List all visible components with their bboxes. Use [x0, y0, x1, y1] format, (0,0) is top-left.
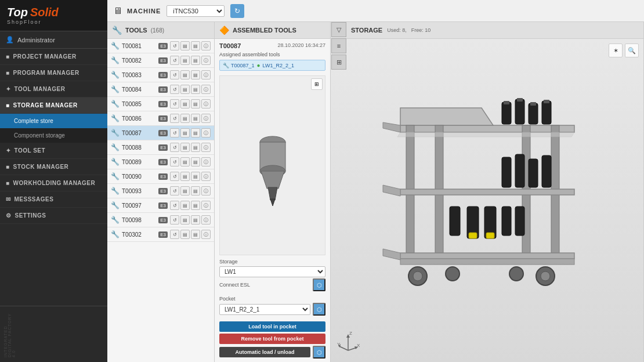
tool-action-1[interactable]: ↺ [170, 215, 179, 225]
sidebar-item-tool-manager[interactable]: ✦ TOOL MANAGER [0, 81, 107, 97]
sidebar-item-stock-manager[interactable]: ■ STOCK MANAGER [0, 159, 107, 175]
tool-action-3[interactable]: ▤ [191, 215, 200, 225]
sidebar-item-program-manager[interactable]: ■ PROGRAM MANAGER [0, 65, 107, 81]
tool-item-T00085[interactable]: 🔧 T00085 E3 ↺ ▤ ▤ ⓘ [107, 97, 214, 111]
sidebar-item-workholding-manager[interactable]: ■ WORKHOLDING MANAGER [0, 175, 107, 191]
pocket-dropdown[interactable]: LW1_R2_2_1 [219, 304, 310, 315]
tool-action-1[interactable]: ↺ [170, 85, 179, 94]
tool-action-4[interactable]: ⓘ [201, 157, 211, 166]
tool-action-2[interactable]: ▤ [180, 41, 190, 50]
tool-item-T00090[interactable]: 🔧 T00090 E3 ↺ ▤ ▤ ⓘ [107, 169, 214, 184]
sidebar-sub-component-storage[interactable]: Component storage [0, 128, 107, 143]
tool-action-4[interactable]: ⓘ [201, 128, 211, 137]
search-button[interactable]: 🔍 [625, 44, 639, 57]
tool-action-3[interactable]: ▤ [191, 230, 200, 239]
sidebar-item-settings[interactable]: ⚙ SETTINGS [0, 208, 107, 224]
tool-action-4[interactable]: ⓘ [201, 201, 211, 210]
tool-action-1[interactable]: ↺ [170, 230, 179, 239]
tool-item-T00088[interactable]: 🔧 T00088 E3 ↺ ▤ ▤ ⓘ [107, 140, 214, 155]
connect-esl-button[interactable]: ⬡ [313, 278, 325, 291]
tool-action-2[interactable]: ▤ [180, 186, 190, 196]
tool-action-1[interactable]: ↺ [170, 99, 179, 108]
tool-action-2[interactable]: ▤ [180, 157, 190, 166]
sidebar-item-messages[interactable]: ✉ MESSSAGES [0, 191, 107, 208]
tool-action-3[interactable]: ▤ [191, 201, 200, 210]
tool-action-2[interactable]: ▤ [180, 201, 190, 210]
tool-item-T00098[interactable]: 🔧 T00098 E3 ↺ ▤ ▤ ⓘ [107, 213, 214, 227]
list-view-button[interactable]: ≡ [331, 38, 346, 53]
tool-action-3[interactable]: ▤ [191, 186, 200, 196]
tool-item-T00086[interactable]: 🔧 T00086 E3 ↺ ▤ ▤ ⓘ [107, 111, 214, 126]
tool-action-1[interactable]: ↺ [170, 157, 179, 166]
tool-item-T00087[interactable]: 🔧 T00087 E3 ↺ ▤ ▤ ⓘ [107, 126, 214, 140]
tool-action-4[interactable]: ⓘ [201, 215, 211, 225]
tool-item-T00302[interactable]: 🔧 T00302 E3 ↺ ▤ ▤ ⓘ [107, 227, 214, 242]
tool-action-2[interactable]: ▤ [180, 230, 190, 239]
tool-action-3[interactable]: ▤ [191, 70, 200, 79]
tool-item-T00081[interactable]: 🔧 T00081 E3 ↺ ▤ ▤ ⓘ [107, 39, 214, 53]
tool-action-2[interactable]: ▤ [180, 99, 190, 108]
filter-button[interactable]: ▽ [331, 22, 346, 37]
tool-action-4[interactable]: ⓘ [201, 56, 211, 65]
sun-button[interactable]: ✶ [609, 44, 623, 57]
tool-action-1[interactable]: ↺ [170, 172, 179, 181]
tool-action-2[interactable]: ▤ [180, 85, 190, 94]
tool-item-T00083[interactable]: 🔧 T00083 E3 ↺ ▤ ▤ ⓘ [107, 68, 214, 82]
load-tool-button[interactable]: Load tool in pocket [219, 321, 325, 332]
tool-action-3[interactable]: ▤ [191, 56, 200, 65]
tool-action-3[interactable]: ▤ [191, 99, 200, 108]
svg-point-16 [413, 272, 422, 281]
sidebar-item-tool-set[interactable]: ✦ TOOL SET [0, 143, 107, 159]
auto-load-button[interactable]: Automatic load / unload [219, 347, 310, 357]
tool-action-2[interactable]: ▤ [180, 172, 190, 181]
tool-item-badge: E3 [158, 101, 168, 107]
tool-action-2[interactable]: ▤ [180, 215, 190, 225]
pocket-icon-button[interactable]: ⬡ [313, 303, 325, 316]
tool-action-4[interactable]: ⓘ [201, 230, 211, 239]
tool-action-3[interactable]: ▤ [191, 114, 200, 123]
tool-action-2[interactable]: ▤ [180, 143, 190, 152]
tool-action-1[interactable]: ↺ [170, 128, 179, 137]
tool-action-1[interactable]: ↺ [170, 143, 179, 152]
sidebar-item-storage-manager[interactable]: ■ STORAGE MANAGER [0, 97, 107, 114]
tool-action-2[interactable]: ▤ [180, 56, 190, 65]
auto-icon-button[interactable]: ⬡ [313, 346, 325, 359]
tool-action-2[interactable]: ▤ [180, 128, 190, 137]
tool-action-3[interactable]: ▤ [191, 128, 200, 137]
grid-view-button[interactable]: ⊞ [331, 55, 346, 70]
tool-item-T00082[interactable]: 🔧 T00082 E3 ↺ ▤ ▤ ⓘ [107, 53, 214, 68]
storage-dropdown[interactable]: LW1 [219, 266, 325, 277]
tool-action-3[interactable]: ▤ [191, 85, 200, 94]
tool-action-4[interactable]: ⓘ [201, 70, 211, 79]
tool-item-T00089[interactable]: 🔧 T00089 E3 ↺ ▤ ▤ ⓘ [107, 155, 214, 169]
tool-action-3[interactable]: ▤ [191, 41, 200, 50]
tool-tag-text: T00087_1 [231, 63, 255, 68]
tool-action-4[interactable]: ⓘ [201, 186, 211, 196]
tool-action-3[interactable]: ▤ [191, 157, 200, 166]
tool-action-1[interactable]: ↺ [170, 114, 179, 123]
tool-action-4[interactable]: ⓘ [201, 172, 211, 181]
tool-action-4[interactable]: ⓘ [201, 85, 211, 94]
tool-action-1[interactable]: ↺ [170, 186, 179, 196]
tool-action-4[interactable]: ⓘ [201, 41, 211, 50]
tool-action-3[interactable]: ▤ [191, 143, 200, 152]
machine-select[interactable]: iTNC530 TNC640 TNC320 [167, 5, 225, 17]
tool-item-T00084[interactable]: 🔧 T00084 E3 ↺ ▤ ▤ ⓘ [107, 82, 214, 97]
sidebar-sub-complete-store[interactable]: Complete store [0, 114, 107, 128]
tool-action-2[interactable]: ▤ [180, 70, 190, 79]
tool-action-1[interactable]: ↺ [170, 41, 179, 50]
tool-action-3[interactable]: ▤ [191, 172, 200, 181]
tool-action-1[interactable]: ↺ [170, 70, 179, 79]
refresh-button[interactable]: ↻ [230, 4, 244, 18]
sidebar-item-project-manager[interactable]: ■ PROJECT MANAGER [0, 49, 107, 65]
tool-action-1[interactable]: ↺ [170, 201, 179, 210]
tool-action-1[interactable]: ↺ [170, 56, 179, 65]
tool-item-T00097[interactable]: 🔧 T00097 E3 ↺ ▤ ▤ ⓘ [107, 198, 214, 213]
tool-item-T00093[interactable]: 🔧 T00093 E3 ↺ ▤ ▤ ⓘ [107, 184, 214, 198]
expand-button[interactable]: ⊞ [311, 78, 323, 90]
remove-tool-button[interactable]: Remove tool from pocket [219, 334, 325, 344]
tool-action-4[interactable]: ⓘ [201, 143, 211, 152]
tool-action-4[interactable]: ⓘ [201, 114, 211, 123]
tool-action-2[interactable]: ▤ [180, 114, 190, 123]
tool-action-4[interactable]: ⓘ [201, 99, 211, 108]
